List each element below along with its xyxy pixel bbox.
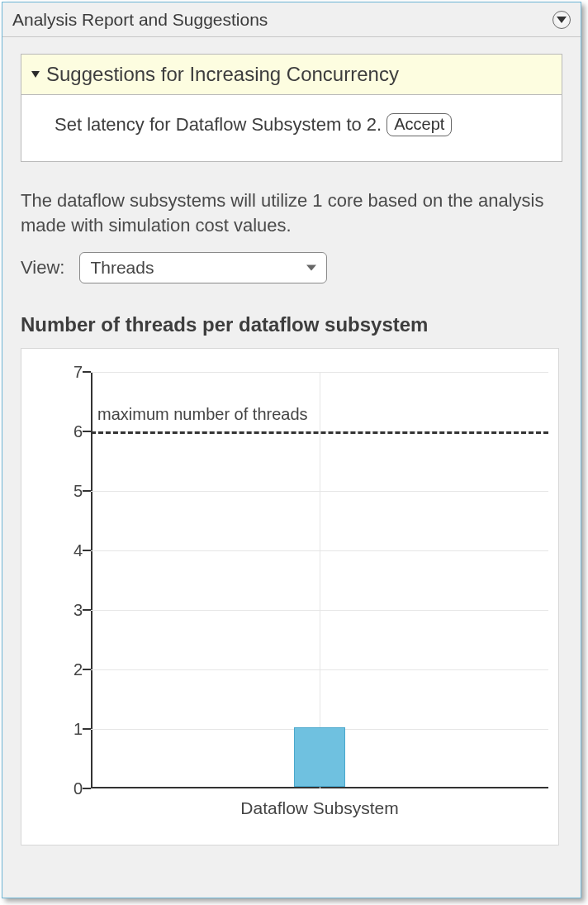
- reference-line: [91, 431, 548, 434]
- chart-plot-area: 01234567maximum number of threadsDataflo…: [91, 372, 548, 788]
- y-tick: [83, 490, 91, 492]
- y-tick-label: 7: [59, 363, 83, 382]
- disclosure-triangle-icon: [31, 71, 40, 78]
- suggestion-text: Set latency for Dataflow Subsystem to 2.: [55, 114, 382, 136]
- suggestions-section: Suggestions for Increasing Concurrency S…: [21, 54, 562, 162]
- view-select[interactable]: Threads: [79, 252, 327, 283]
- analysis-panel: Analysis Report and Suggestions Suggesti…: [2, 2, 581, 898]
- chevron-down-icon: [557, 17, 567, 23]
- y-tick: [83, 788, 91, 789]
- chevron-down-icon: [306, 265, 316, 271]
- chart-card: 01234567maximum number of threadsDataflo…: [21, 348, 559, 845]
- y-tick: [83, 371, 91, 373]
- bar: [294, 727, 345, 787]
- y-tick: [83, 550, 91, 551]
- panel-body: Suggestions for Increasing Concurrency S…: [2, 37, 581, 845]
- panel-header: Analysis Report and Suggestions: [2, 2, 581, 37]
- y-tick: [83, 669, 91, 670]
- y-tick-label: 2: [59, 660, 83, 679]
- chart-title: Number of threads per dataflow subsystem: [21, 313, 562, 336]
- y-tick-label: 0: [59, 779, 83, 798]
- view-control-row: View: Threads: [21, 252, 562, 283]
- y-tick: [83, 728, 91, 730]
- y-tick-label: 5: [59, 482, 83, 501]
- suggestions-title: Suggestions for Increasing Concurrency: [46, 63, 399, 86]
- suggestion-item: Set latency for Dataflow Subsystem to 2.…: [21, 95, 562, 161]
- y-tick-label: 4: [59, 541, 83, 560]
- y-tick: [83, 609, 91, 611]
- panel-menu-button[interactable]: [552, 11, 571, 29]
- y-tick-label: 3: [59, 601, 83, 620]
- gridline-vertical: [320, 372, 320, 788]
- svg-marker-0: [557, 17, 567, 23]
- y-tick-label: 1: [59, 720, 83, 739]
- y-tick: [83, 431, 91, 432]
- y-axis: [91, 372, 92, 788]
- accept-button[interactable]: Accept: [386, 113, 452, 136]
- view-label: View:: [21, 257, 64, 279]
- y-tick-label: 6: [59, 422, 83, 441]
- reference-line-label: maximum number of threads: [97, 405, 308, 424]
- x-category-label: Dataflow Subsystem: [240, 798, 398, 818]
- panel-title: Analysis Report and Suggestions: [12, 10, 268, 30]
- view-select-value: Threads: [90, 258, 154, 278]
- suggestions-header[interactable]: Suggestions for Increasing Concurrency: [21, 55, 562, 95]
- analysis-description: The dataflow subsystems will utilize 1 c…: [21, 188, 562, 237]
